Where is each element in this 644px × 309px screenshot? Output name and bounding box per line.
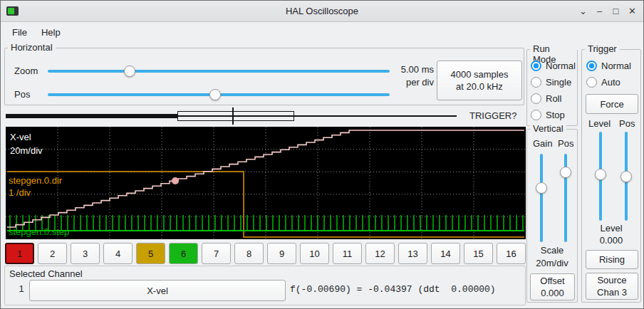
channel-button-1[interactable]: 1 [5,243,34,264]
runmode-option-stop[interactable]: Stop [531,109,565,120]
channel-button-10[interactable]: 10 [300,243,329,264]
minimize-icon[interactable]: – [591,3,608,19]
trigger-level-label: Level [588,118,611,129]
channel-button-8[interactable]: 8 [234,243,264,264]
channel-button-5[interactable]: 5 [136,243,165,264]
force-button[interactable]: Force [586,94,638,114]
runmode-option-normal[interactable]: Normal [531,60,576,71]
menu-file[interactable]: File [5,25,34,40]
channel-name-button[interactable]: X-vel [29,280,286,301]
edge-button[interactable]: Rising [586,250,638,269]
vertical-group: Vertical Gain Pos Scale 20m/div Offset 0… [526,129,578,303]
trigger-status-label: TRIGGER? [469,110,516,121]
trigger-source-button[interactable]: Source Chan 3 [586,273,638,300]
horizontal-group-label: Horizontal [8,42,56,53]
channel-button-12[interactable]: 12 [365,243,395,264]
zoom-slider-handle[interactable] [124,66,135,77]
runmode-single-label: Single [546,77,571,88]
gain-label: Gain [533,138,552,149]
trigger-position-tick [232,108,234,125]
channel-button-13[interactable]: 13 [398,243,427,264]
vertical-pos-slider[interactable] [559,154,572,242]
trigger-pos-slider-handle[interactable] [620,171,632,182]
channel-button-15[interactable]: 15 [464,243,493,264]
radio-icon [586,77,597,88]
zoom-label: Zoom [14,66,38,76]
trigger-normal-label: Normal [601,61,631,71]
zoom-slider[interactable] [48,65,390,78]
time-value: 5.00 ms [390,63,434,76]
horizontal-pos-slider-handle[interactable] [209,89,221,100]
close-icon[interactable]: ✕ [624,3,640,19]
channel-button-14[interactable]: 14 [431,243,460,264]
runmode-option-roll[interactable]: Roll [531,93,561,104]
menubar: File Help [1,23,643,41]
scale-label: Scale [527,245,577,256]
trigger-auto-label: Auto [601,77,620,88]
scope-step-name: stepgen.0.step [9,226,69,237]
scale-value: 20m/div [527,258,577,268]
gain-slider-track[interactable] [540,154,543,242]
trigger-level-slider[interactable] [594,132,607,221]
runmode-roll-label: Roll [546,93,561,104]
scope-dir-name: stepgen.0.dir [9,175,63,186]
vertical-group-label: Vertical [530,123,566,134]
trigger-level-slider-handle[interactable] [595,169,606,180]
radio-selected-icon [531,61,541,71]
channel-buttons-row: 12345678910111213141516 [5,243,526,264]
channel-button-7[interactable]: 7 [202,243,231,264]
window-title: HAL Oscilloscope [1,6,643,16]
trigger-option-normal[interactable]: Normal [586,60,631,71]
channel-button-16[interactable]: 16 [497,243,526,264]
maximize-icon[interactable]: □ [608,3,624,19]
trigger-level-readout-label: Level [582,223,640,234]
selected-channel-title: Selected Channel [9,268,83,279]
record-filled-segment [6,114,177,118]
vertical-pos-slider-handle[interactable] [560,167,571,178]
vertical-pos-label: Pos [558,138,573,149]
gain-slider-handle[interactable] [536,182,547,194]
offset-button[interactable]: Offset 0.000 [530,273,575,300]
trigger-option-auto[interactable]: Auto [586,76,620,88]
run-mode-group: Run Mode Normal Single Roll Stop [526,49,578,126]
horizontal-group: Horizontal Zoom Pos 5.00 ms per div 4000… [4,48,524,105]
trigger-group: Trigger Normal Auto Force Level Pos Leve… [581,49,641,303]
selected-channel-number: 1 [14,283,29,294]
radio-icon [531,110,541,120]
channel-button-3[interactable]: 3 [71,243,100,264]
channel-button-11[interactable]: 11 [333,243,362,264]
gain-slider[interactable] [535,154,548,242]
channel-button-2[interactable]: 2 [38,243,67,264]
radio-icon [531,77,541,88]
source-line2: Chan 3 [597,286,627,298]
app-window: HAL Oscilloscope ⌄ – □ ✕ File Help Horiz… [0,0,644,309]
runmode-option-single[interactable]: Single [531,76,571,88]
trigger-pos-slider[interactable] [620,132,633,221]
samples-line2: at 20.0 kHz [456,80,503,93]
runmode-stop-label: Stop [546,110,565,120]
channel-button-9[interactable]: 9 [267,243,296,264]
record-view-window [177,111,294,121]
source-line1: Source [597,274,626,286]
scope-display: X-vel 20m/div stepgen.0.dir 1 /div stepg… [6,127,526,239]
trigger-level-readout-value: 0.000 [582,235,640,246]
record-position-indicator [6,108,465,125]
trigger-group-label: Trigger [585,43,620,54]
horizontal-pos-slider[interactable] [48,88,390,101]
menu-help[interactable]: Help [34,25,68,40]
time-per-div-readout: 5.00 ms per div [390,63,434,89]
horizontal-pos-label: Pos [14,89,30,100]
channel-button-4[interactable]: 4 [103,243,133,264]
samples-button[interactable]: 4000 samples at 20.0 kHz [437,61,522,100]
zoom-slider-track[interactable] [48,70,390,73]
titlebar[interactable]: HAL Oscilloscope ⌄ – □ ✕ [1,1,643,22]
shade-icon[interactable]: ⌄ [575,3,591,19]
radio-selected-icon [586,61,597,71]
samples-line1: 4000 samples [451,68,509,80]
channel-value-readout: f(-0.00690) = -0.04397 (ddt 0.00000) [290,284,496,295]
channel-button-6[interactable]: 6 [169,243,198,264]
scope-channel-scale: 20m/div [10,145,43,156]
trigger-pos-label: Pos [619,118,635,129]
selected-channel-group: Selected Channel 1 X-vel f(-0.00690) = -… [4,266,526,305]
scope-svg: X-vel 20m/div stepgen.0.dir 1 /div stepg… [6,127,526,239]
